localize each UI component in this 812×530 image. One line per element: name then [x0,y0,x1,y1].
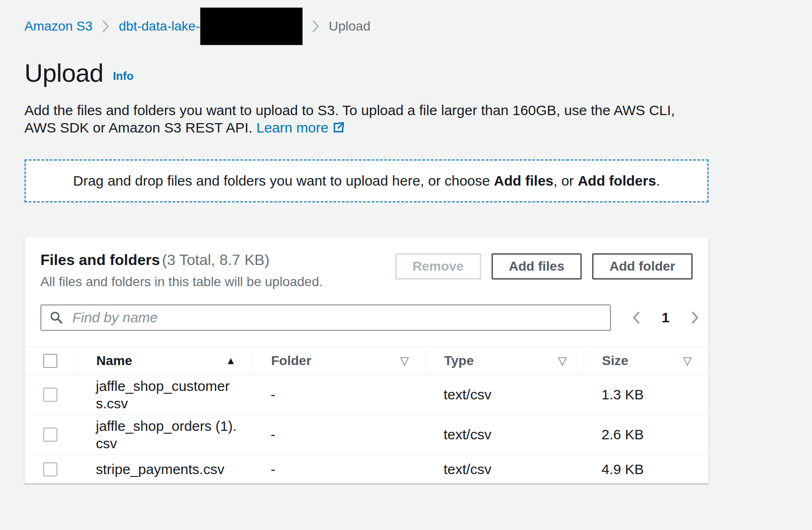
cell-name: jaffle_shop_orders (1).csv [78,415,253,454]
column-label-folder: Folder [271,353,312,368]
panel-count-summary: (3 Total, 8.7 KB) [162,251,270,268]
breadcrumb: Amazon S3 dbt-data-lake- Upload [24,8,709,45]
column-label-name: Name [96,353,132,368]
table-header-row: Name ▲ Folder ▽ Type ▽ Size ▽ [24,347,709,374]
cell-type: text/csv [426,456,584,483]
breadcrumb-amazon-s3-link[interactable]: Amazon S3 [24,19,93,34]
table-row: jaffle_shop_orders (1).csv - text/csv 2.… [24,414,709,454]
row-select-cell [24,375,78,414]
sort-default-icon: ▽ [400,354,409,367]
column-header-type[interactable]: Type ▽ [426,347,584,374]
select-all-cell [24,347,78,374]
cell-size: 4.9 KB [584,456,709,483]
cell-folder: - [253,384,426,405]
add-folder-button[interactable]: Add folder [592,253,693,280]
sort-default-icon: ▽ [683,354,692,367]
row-checkbox[interactable] [43,428,57,442]
pagination: 1 [632,310,700,326]
sort-ascending-icon: ▲ [226,355,236,367]
search-box [40,304,611,331]
cell-size: 2.6 KB [584,424,709,445]
column-header-size[interactable]: Size ▽ [584,347,709,374]
table-row: jaffle_shop_customers.csv - text/csv 1.3… [24,374,709,414]
select-all-checkbox[interactable] [43,354,57,368]
dropzone-text: Drag and drop files and folders you want… [73,173,660,189]
page-number[interactable]: 1 [662,310,670,326]
breadcrumb-current: Upload [329,19,371,34]
panel-actions: Remove Add files Add folder [395,253,693,280]
previous-page-button[interactable] [632,310,641,325]
learn-more-label: Learn more [257,120,328,135]
row-checkbox[interactable] [43,462,57,476]
panel-subtitle: All files and folders in this table will… [40,274,323,289]
row-select-cell [24,455,78,483]
panel-title: Files and folders [40,251,160,268]
add-files-button[interactable]: Add files [492,253,582,280]
row-select-cell [24,415,78,454]
column-label-size: Size [602,353,628,368]
cell-folder: - [253,424,426,445]
cell-name: jaffle_shop_customers.csv [78,375,253,414]
table-toolbar: 1 [24,304,709,331]
learn-more-link[interactable]: Learn more [257,120,345,135]
redaction-box [200,8,303,45]
drag-drop-zone[interactable]: Drag and drop files and folders you want… [24,159,709,203]
panel-header: Files and folders (3 Total, 8.7 KB) All … [24,251,709,289]
search-icon [50,311,63,326]
dropzone-text-suffix: . [656,173,660,188]
chevron-right-icon [102,20,109,33]
cell-type: text/csv [426,384,584,405]
files-and-folders-panel: Files and folders (3 Total, 8.7 KB) All … [24,237,709,483]
column-header-folder[interactable]: Folder ▽ [253,347,426,374]
cell-folder: - [253,456,426,483]
dropzone-text-prefix: Drag and drop files and folders you want… [73,173,494,188]
info-link[interactable]: Info [113,70,133,83]
dropzone-add-files-text: Add files [494,173,554,188]
remove-button[interactable]: Remove [395,253,481,280]
next-page-button[interactable] [690,310,700,325]
sort-default-icon: ▽ [558,354,567,367]
dropzone-text-middle: , or [554,173,578,188]
column-header-name[interactable]: Name ▲ [78,347,253,374]
cell-name: stripe_payments.csv [78,455,253,483]
dropzone-add-folders-text: Add folders [578,173,656,188]
row-checkbox[interactable] [43,388,57,402]
page-header: Upload Info [24,58,709,87]
breadcrumb-bucket-link[interactable]: dbt-data-lake- [119,19,200,34]
cell-size: 1.3 KB [584,384,709,405]
cell-type: text/csv [426,424,584,445]
files-table: Name ▲ Folder ▽ Type ▽ Size ▽ [24,347,709,483]
table-row: stripe_payments.csv - text/csv 4.9 KB [24,454,709,483]
page-title: Upload [24,58,103,87]
main-content: Amazon S3 dbt-data-lake- Upload Upload I… [24,8,709,483]
search-input[interactable] [40,304,611,331]
column-label-type: Type [444,353,474,368]
chevron-right-icon [312,20,320,33]
panel-header-text: Files and folders (3 Total, 8.7 KB) All … [40,251,323,289]
page-description: Add the files and folders you want to up… [24,101,709,138]
description-text: Add the files and folders you want to up… [24,102,675,135]
external-link-icon [332,120,345,138]
